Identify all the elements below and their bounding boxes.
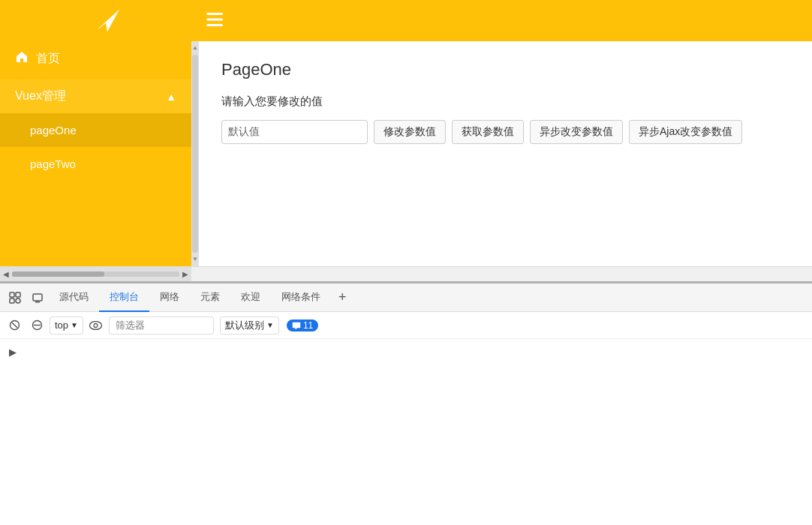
log-level-selector[interactable]: 默认级别 ▼ xyxy=(220,316,279,334)
chevron-up-icon: ▲ xyxy=(166,91,176,103)
tab-elements[interactable]: 元素 xyxy=(190,284,230,312)
eye-icon-btn[interactable] xyxy=(86,316,106,335)
h-scroll-track xyxy=(12,272,179,277)
inspect-icon-btn[interactable] xyxy=(4,286,26,309)
svg-point-9 xyxy=(16,298,20,303)
sidebar-h-scrollbar[interactable]: ◀ ▶ xyxy=(0,267,191,281)
level-label: 默认级别 xyxy=(225,319,264,332)
level-dropdown-arrow: ▼ xyxy=(266,321,274,329)
h-scroll-left-arrow[interactable]: ◀ xyxy=(3,270,9,278)
svg-rect-8 xyxy=(10,298,14,303)
add-tab-btn[interactable]: + xyxy=(331,284,354,312)
sidebar-item-home[interactable]: 首页 xyxy=(0,41,191,76)
scroll-up-arrow[interactable]: ▲ xyxy=(192,43,198,53)
svg-rect-11 xyxy=(35,302,40,303)
sidebar-item-pageone[interactable]: pageOne xyxy=(0,113,191,147)
svg-point-17 xyxy=(94,323,98,327)
horizontal-scroll-row: ◀ ▶ xyxy=(0,266,812,281)
svg-point-16 xyxy=(90,321,102,329)
content-area: PageOne 请输入您要修改的值 修改参数值 获取参数值 异步改变参数值 异步… xyxy=(199,41,812,266)
svg-rect-10 xyxy=(33,294,42,301)
context-selector[interactable]: top ▼ xyxy=(50,316,83,334)
sidebar-item-pagetwo[interactable]: pageTwo xyxy=(0,147,191,181)
svg-rect-5 xyxy=(206,24,223,26)
clear-console-btn[interactable] xyxy=(5,316,24,335)
hamburger-icon[interactable] xyxy=(206,11,223,30)
sidebar-vuex-toggle[interactable]: Vuex管理 ▲ xyxy=(0,80,191,113)
tab-network[interactable]: 网络 xyxy=(149,284,190,312)
context-dropdown-arrow: ▼ xyxy=(71,321,78,329)
page-title: PageOne xyxy=(221,60,789,80)
block-icon-btn[interactable] xyxy=(27,316,47,335)
input-label: 请输入您要修改的值 xyxy=(221,94,789,109)
context-label: top xyxy=(55,320,68,331)
devtools-tabbar: 源代码 控制台 网络 元素 欢迎 网络条件 + xyxy=(0,284,812,312)
svg-rect-7 xyxy=(16,292,20,297)
message-count-badge: 11 xyxy=(287,320,318,332)
top-header xyxy=(0,0,812,41)
home-label: 首页 xyxy=(36,51,60,67)
vuex-label: Vuex管理 xyxy=(15,88,66,104)
tab-console[interactable]: 控制台 xyxy=(99,284,149,312)
filter-input[interactable] xyxy=(109,316,214,334)
tab-welcome[interactable]: 欢迎 xyxy=(230,284,271,312)
scroll-track xyxy=(192,55,198,253)
svg-rect-4 xyxy=(206,18,223,20)
value-input[interactable] xyxy=(221,120,368,144)
message-count-area: 11 xyxy=(287,320,318,332)
input-row: 修改参数值 获取参数值 异步改变参数值 异步Ajax改变参数值 xyxy=(221,120,789,144)
scroll-down-arrow[interactable]: ▼ xyxy=(192,254,198,265)
svg-rect-6 xyxy=(10,292,14,297)
console-content: ▶ xyxy=(0,339,812,519)
h-scroll-thumb xyxy=(12,272,104,277)
console-toolbar: top ▼ 默认级别 ▼ xyxy=(0,312,812,339)
svg-rect-3 xyxy=(206,13,223,15)
devtools-panel: 源代码 控制台 网络 元素 欢迎 网络条件 + xyxy=(0,284,812,519)
tab-source[interactable]: 源代码 xyxy=(49,284,99,312)
tab-network-conditions[interactable]: 网络条件 xyxy=(271,284,331,312)
sidebar-section-vuex: Vuex管理 ▲ pageOne pageTwo xyxy=(0,80,191,181)
get-btn[interactable]: 获取参数值 xyxy=(452,120,524,144)
async-change-btn[interactable]: 异步改变参数值 xyxy=(530,120,623,144)
device-icon-btn[interactable] xyxy=(26,286,49,309)
sidebar: 首页 Vuex管理 ▲ pageOne pageTwo xyxy=(0,41,191,266)
vertical-scrollbar[interactable]: ▲ ▼ xyxy=(191,41,199,266)
content-h-spacer xyxy=(191,267,812,281)
modify-btn[interactable]: 修改参数值 xyxy=(374,120,446,144)
console-expand-arrow[interactable]: ▶ xyxy=(9,346,17,358)
h-scroll-right-arrow[interactable]: ▶ xyxy=(182,270,188,278)
svg-line-13 xyxy=(12,322,17,328)
logo-icon xyxy=(94,6,121,36)
async-ajax-btn[interactable]: 异步Ajax改变参数值 xyxy=(629,120,742,144)
home-icon xyxy=(15,50,29,67)
